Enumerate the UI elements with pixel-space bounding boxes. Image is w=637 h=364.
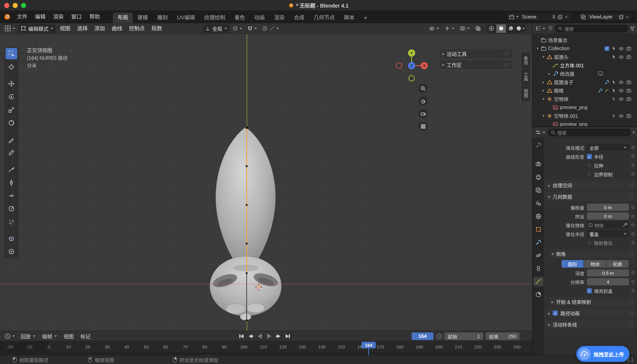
selectable-icon[interactable] [611, 96, 616, 102]
tool-add-point[interactable] [6, 246, 17, 257]
tab-object[interactable] [533, 225, 543, 234]
animate-dot[interactable] [631, 280, 634, 283]
frame-start-field[interactable]: 起始1 [445, 332, 483, 340]
tab-material[interactable] [533, 290, 543, 299]
expand-arrow-icon[interactable]: ▸ [547, 72, 552, 76]
view-menu[interactable]: 视图 [61, 332, 77, 340]
tab-world[interactable] [533, 212, 543, 221]
sidebar-tab[interactable]: 视图 [522, 86, 530, 101]
shading-rendered-button[interactable] [516, 24, 525, 32]
offset-field[interactable]: 0 m [587, 204, 629, 211]
upload-drop-overlay[interactable]: 拖拽至此上传 [576, 346, 629, 362]
render-camera-icon[interactable] [626, 54, 631, 60]
gizmos-dropdown[interactable] [442, 24, 456, 32]
tab-modifiers[interactable] [533, 238, 543, 247]
play-reverse-button[interactable] [255, 332, 264, 340]
panel-path-animation[interactable]: ▸ ✓ 路径动画 ∷ [545, 308, 636, 318]
app-menu-item[interactable]: 窗口 [67, 11, 86, 23]
hide-eye-icon[interactable] [618, 46, 624, 51]
tool-radius[interactable] [6, 203, 17, 214]
overlays-dropdown[interactable] [458, 24, 472, 32]
viewport-menu-item[interactable]: 视图 [57, 23, 74, 34]
animate-dot[interactable] [631, 146, 634, 149]
use-preview-range-icon[interactable] [436, 333, 442, 339]
render-camera-icon[interactable] [626, 88, 631, 93]
drag-handle-icon[interactable]: ∷ [630, 311, 633, 316]
animate-dot[interactable] [631, 289, 634, 292]
navigation-gizmo[interactable]: Y X Z [393, 48, 430, 84]
unlink-scene-icon[interactable]: × [564, 14, 568, 19]
outliner-row-cube-001[interactable]: 立方体.001 [533, 61, 637, 70]
tool-draw-curve[interactable] [6, 164, 17, 175]
bevel-resolution-field[interactable]: 4 [587, 278, 629, 285]
playback-menu[interactable]: 回放 [18, 332, 38, 340]
remove-viewlayer-icon[interactable]: × [625, 14, 629, 19]
tool-randomize[interactable] [6, 216, 17, 227]
outliner-row-empty-001[interactable]: ▾ 空物体.001 [533, 112, 637, 120]
drag-handle-icon[interactable]: ∷∷ [504, 51, 510, 56]
workspace-tab[interactable]: 布局 [113, 12, 133, 23]
drag-handle-icon[interactable]: ∷ [630, 300, 633, 304]
outliner-row-modifiers[interactable]: ▸ 修改器 [533, 70, 637, 78]
workspace-tab[interactable]: 动画 [250, 12, 269, 23]
selectable-icon[interactable] [611, 113, 616, 118]
drag-handle-icon[interactable]: ∷ [630, 252, 633, 256]
add-workspace-button[interactable]: + [359, 12, 372, 23]
drag-handle-icon[interactable]: ∷∷ [504, 62, 510, 67]
app-menu-item[interactable]: 帮助 [86, 11, 104, 23]
previous-keyframe-button[interactable] [246, 332, 255, 340]
fill-mode-dropdown[interactable]: 全部 [587, 144, 629, 151]
visibility-dropdown[interactable] [427, 24, 441, 32]
outliner-row-empty[interactable]: ▾ 空物体 [533, 95, 637, 103]
orientation-dropdown[interactable]: 全局 [202, 24, 230, 32]
tool-annotate[interactable] [6, 134, 17, 145]
realtime-display-icon[interactable] [598, 71, 603, 76]
model-fox-head[interactable] [210, 127, 281, 320]
scene-name[interactable]: Scene [520, 14, 550, 20]
animate-dot[interactable] [631, 214, 634, 218]
new-viewlayer-icon[interactable] [619, 14, 623, 19]
outliner-row-scene-collection[interactable]: 场景集合 [533, 36, 637, 44]
tool-move[interactable] [6, 78, 17, 89]
viewport-menu-item[interactable]: 段数 [148, 23, 165, 34]
outliner-row-collection[interactable]: ▾ Collection ✓ [533, 44, 637, 52]
tab-constraints[interactable] [533, 264, 543, 273]
pin-icon[interactable] [551, 14, 556, 19]
tool-tilt[interactable] [6, 190, 17, 201]
workspace-tab[interactable]: 脚本 [339, 12, 359, 23]
blender-menu-button[interactable] [4, 14, 11, 20]
tool-rotate[interactable] [6, 91, 17, 102]
render-camera-icon[interactable] [626, 96, 631, 102]
tab-view-layer[interactable] [533, 186, 543, 195]
outliner-row-preview-png-2[interactable]: preview_png [533, 120, 637, 126]
bevel-depth-field[interactable]: 0.5 m [587, 269, 629, 276]
fill-caps-checkbox[interactable]: ✓ [587, 288, 592, 293]
expand-arrow-icon[interactable]: ▸ [442, 62, 445, 67]
viewport-menu-item[interactable]: 控制点 [126, 23, 148, 34]
tab-object-data[interactable] [533, 277, 543, 286]
app-menu-item[interactable]: 文件 [13, 11, 31, 23]
animate-dot[interactable] [631, 224, 634, 226]
bevel-mode-button[interactable]: 轮廓 [606, 260, 628, 268]
properties-editor-type-button[interactable] [535, 128, 546, 136]
scene-browse-chevron[interactable] [516, 16, 519, 18]
timeline-editor-type-button[interactable] [3, 332, 17, 340]
camera-view-button[interactable] [418, 109, 428, 118]
animate-dot[interactable] [631, 232, 634, 235]
sidebar-tab[interactable]: 工具 [522, 69, 530, 84]
zoom-button[interactable] [418, 84, 428, 93]
eyedropper-icon[interactable] [623, 222, 627, 227]
new-scene-icon[interactable] [558, 14, 562, 19]
close-window-button[interactable] [4, 3, 9, 8]
expand-arrow-icon[interactable]: ▸ [442, 51, 445, 56]
workspace-tab[interactable]: 渲染 [269, 12, 289, 23]
viewlayer-name[interactable]: ViewLayer [587, 14, 617, 20]
extrude-field[interactable]: 0 m [587, 212, 629, 220]
hide-eye-icon[interactable] [618, 96, 624, 102]
timeline-ruler[interactable]: -20-100102030405060708090100110120130140… [0, 341, 532, 352]
properties-options-chevron[interactable] [632, 132, 635, 133]
viewport-menu-item[interactable]: 添加 [91, 23, 108, 34]
selectable-icon[interactable] [611, 80, 616, 84]
mode-dropdown[interactable]: 编辑模式 [18, 24, 56, 32]
panel-texture-space[interactable]: ▸纹理空间∷ [545, 180, 636, 190]
